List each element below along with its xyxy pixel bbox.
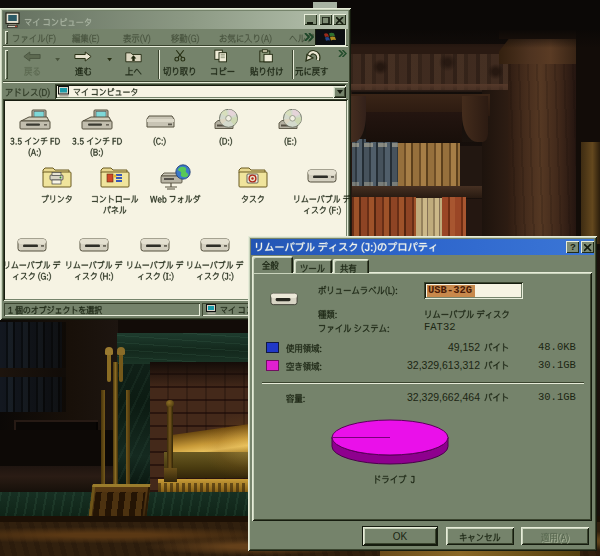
svg-text:?: ? bbox=[570, 242, 576, 251]
